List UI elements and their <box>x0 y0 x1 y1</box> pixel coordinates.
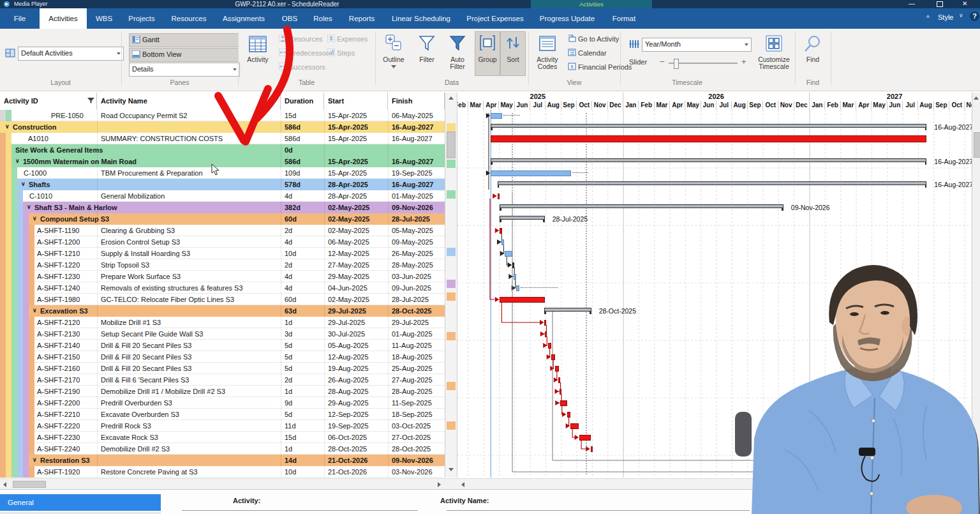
table-row[interactable]: A-SHFT-1190Clearing & Grubbing S32d02-Ma… <box>0 225 445 236</box>
table-row[interactable]: ∨Shafts578d28-Apr-202516-Aug-2027 <box>0 179 445 190</box>
tab-file[interactable]: File <box>6 8 33 29</box>
gantt-bar-task[interactable] <box>773 469 780 475</box>
gantt-bar-summary[interactable] <box>498 181 927 185</box>
table-row[interactable]: Site Work & General Items0d <box>0 144 445 156</box>
auto-filter-button[interactable]: Auto Filter <box>443 32 472 74</box>
details-select[interactable]: Details <box>129 63 240 77</box>
table-row[interactable]: A-SHFT-1980GC-TELCO: Relocate Fiber Opti… <box>0 294 445 305</box>
table-row[interactable]: ∨Compound Setup S360d02-May-202528-Jul-2… <box>0 213 445 225</box>
gantt-bar-task[interactable] <box>558 377 560 383</box>
zoom-slider[interactable] <box>669 63 738 64</box>
gantt-vertical-scrollbar[interactable] <box>972 93 980 478</box>
scroll-left-icon[interactable] <box>461 482 464 487</box>
timescale-select[interactable]: Year/Month <box>642 38 752 52</box>
collapse-chevron-icon[interactable]: ∨ <box>33 305 37 317</box>
minimize-button[interactable]: — <box>909 0 915 7</box>
group-button[interactable]: Group <box>475 31 500 76</box>
collapse-chevron-icon[interactable]: ∨ <box>33 455 37 466</box>
table-row[interactable]: A-SHFT-2160Drill & Fill 20 Secant Piles … <box>0 363 445 374</box>
column-header-start[interactable]: Start <box>324 93 388 110</box>
column-header-duration[interactable]: Duration <box>281 93 324 110</box>
column-header-activity-id[interactable]: Activity ID <box>0 93 97 110</box>
tab-progress-update[interactable]: Progress Update <box>534 8 600 29</box>
gantt-bar-task[interactable] <box>500 297 544 303</box>
table-row[interactable]: ∨Construction586d15-Apr-202516-Aug-2027 <box>0 121 445 133</box>
style-menu[interactable]: Style <box>938 13 953 21</box>
gantt-bar-task[interactable] <box>498 193 500 199</box>
close-button[interactable]: ✕ <box>962 0 967 7</box>
predecessors-button[interactable]: Predecessors <box>279 47 332 59</box>
zoom-out-icon[interactable]: − <box>660 57 665 66</box>
details-tab-general[interactable]: General <box>0 494 161 511</box>
scroll-up-icon[interactable] <box>974 96 979 100</box>
table-row[interactable]: A-SHFT-2120Mobilize Drill #1 S31d29-Jul-… <box>0 317 445 328</box>
steps-button[interactable]: Steps <box>327 47 355 59</box>
gantt-bar-task[interactable] <box>491 135 926 142</box>
tab-roles[interactable]: Roles <box>308 8 338 29</box>
scroll-down-icon[interactable] <box>449 468 454 471</box>
column-header-finish[interactable]: Finish <box>388 93 445 110</box>
gantt-bar-task[interactable] <box>512 262 514 268</box>
collapse-chevron-icon[interactable]: ∨ <box>5 121 10 133</box>
table-row[interactable]: A-SHFT-2150Drill & Fill 20 Secant Piles … <box>0 351 445 363</box>
gantt-bar-task[interactable] <box>544 320 546 326</box>
gantt-bar-task[interactable] <box>570 423 579 429</box>
table-row[interactable]: PRE-1050Road Occupancy Permit S215d15-Ap… <box>0 110 445 121</box>
gantt-bar-task[interactable] <box>500 228 501 234</box>
table-row[interactable]: A-SHFT-2170Drill & Fill 6 'Secant Piles … <box>0 374 445 386</box>
gantt-vscroll-thumb[interactable] <box>974 132 980 158</box>
gantt-bar-task[interactable] <box>491 170 571 176</box>
gantt-bar-task[interactable] <box>516 285 519 291</box>
find-button[interactable]: Find <box>797 32 829 74</box>
gantt-bar-task[interactable] <box>567 412 571 418</box>
gantt-bar-summary[interactable] <box>491 158 926 162</box>
gantt-horizontal-scrollbar[interactable] <box>457 478 980 490</box>
table-row[interactable]: A-SHFT-2220Predrill Rock S311d19-Sep-202… <box>0 420 445 432</box>
bottom-view-toggle[interactable]: Bottom View <box>129 48 239 62</box>
table-row[interactable]: A-SHFT-1230Prepare Work Surface S34d29-M… <box>0 271 445 282</box>
gantt-bar-summary[interactable] <box>500 216 544 220</box>
collapse-chevron-icon[interactable]: ∨ <box>33 213 37 225</box>
table-row[interactable]: C-1000TBM Procurement & Preparation109d1… <box>0 167 445 179</box>
maximize-button[interactable] <box>937 1 943 7</box>
gantt-bar-task[interactable] <box>514 274 517 280</box>
collapse-chevron-icon[interactable]: ∨ <box>27 202 31 213</box>
tab-project-expenses[interactable]: Project Expenses <box>461 8 529 29</box>
style-caret-icon[interactable]: ∨ <box>959 12 963 19</box>
table-row[interactable]: ∨Restoration S314d21-Oct-202609-Nov-2026 <box>0 455 445 466</box>
table-hscroll-thumb[interactable] <box>13 481 46 488</box>
table-row[interactable]: A-SHFT-1210Supply & Install Hoarding S31… <box>0 248 445 259</box>
table-row[interactable]: A-SHFT-2230Excavate Rock S315d06-Oct-202… <box>0 432 445 443</box>
collapse-chevron-icon[interactable]: ∨ <box>21 179 26 190</box>
customize-timescale-button[interactable]: Customize Timescale <box>755 32 792 74</box>
table-row[interactable]: A-SHFT-2190Demobilize Drill #1 / Mobiliz… <box>0 386 445 397</box>
filter-button[interactable]: Filter <box>412 32 442 74</box>
scroll-right-icon[interactable] <box>438 482 441 487</box>
gantt-bar-task[interactable] <box>491 113 502 119</box>
table-vscroll-thumb[interactable] <box>447 132 456 158</box>
tab-linear-scheduling[interactable]: Linear Scheduling <box>387 8 455 29</box>
resources-button[interactable]: Resources <box>279 33 323 45</box>
gantt-bar-task[interactable] <box>505 251 512 257</box>
table-row[interactable]: A-SHFT-1240Removals of existing structur… <box>0 282 445 294</box>
table-row[interactable]: ∨1500mm Watermain on Main Road586d15-Apr… <box>0 156 445 167</box>
expenses-button[interactable]: $Expenses <box>327 33 368 45</box>
table-row[interactable]: A-SHFT-1220Strip Topsoil S32d27-May-2025… <box>0 259 445 271</box>
column-header-activity-name[interactable]: Activity Name <box>97 93 281 110</box>
layout-select[interactable]: Default Activities <box>18 47 124 61</box>
gantt-bar-task[interactable] <box>548 343 552 349</box>
help-icon[interactable]: ? <box>970 11 979 21</box>
table-row[interactable]: A-SHFT-2210Excavate Overburden S35d12-Se… <box>0 409 445 420</box>
tab-reports[interactable]: Reports <box>343 8 381 29</box>
zoom-in-icon[interactable]: + <box>741 57 746 66</box>
gantt-bar-task[interactable] <box>545 331 547 337</box>
sort-button[interactable]: Sort <box>500 31 526 76</box>
goto-activity-button[interactable]: Go to Activity <box>568 33 619 45</box>
gantt-bar-task[interactable] <box>501 239 503 245</box>
tab-projects[interactable]: Projects <box>123 8 160 29</box>
scroll-up-icon[interactable] <box>449 96 454 100</box>
tab-resources[interactable]: Resources <box>168 8 210 29</box>
gantt-bar-task[interactable] <box>560 389 561 395</box>
tab-format[interactable]: Format <box>605 8 643 29</box>
filter-funnel-icon[interactable] <box>87 98 94 105</box>
